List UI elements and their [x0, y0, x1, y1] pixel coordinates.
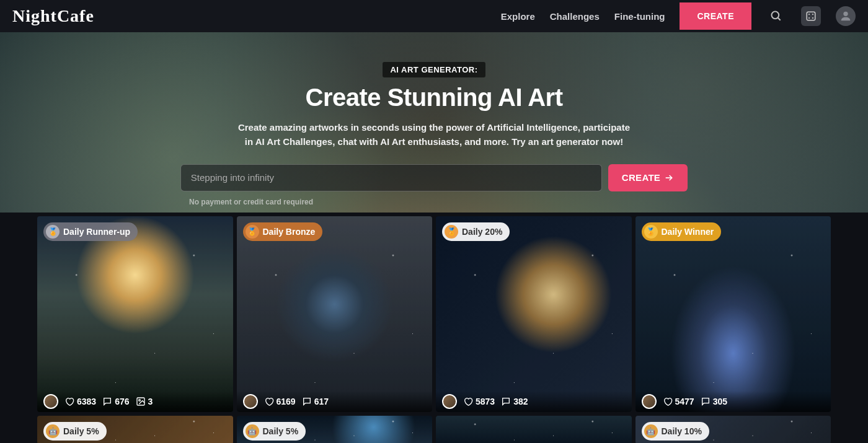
gallery-card[interactable]: 🏅 Daily Runner-up 6383 676 3 — [37, 216, 233, 412]
rank-label: Daily 5% — [263, 426, 299, 436]
likes-count: 6169 — [264, 397, 296, 406]
gallery-card[interactable] — [436, 416, 632, 443]
nav-challenges[interactable]: Challenges — [550, 11, 600, 22]
svg-point-5 — [808, 17, 810, 19]
images-count: 3 — [136, 397, 153, 406]
card-image — [636, 216, 831, 412]
gallery-row-2: 🤖 Daily 5% 🤖 Daily 5% 🤖 Daily 10% — [37, 416, 831, 443]
card-footer: 6169 617 — [237, 391, 433, 412]
gallery-row-1: 🏅 Daily Runner-up 6383 676 3 🏅 Daily Bro… — [37, 216, 831, 412]
svg-point-6 — [812, 17, 813, 19]
gallery-card[interactable]: 🤖 Daily 5% — [237, 416, 433, 443]
rank-label: Daily 20% — [462, 227, 502, 237]
arrow-right-icon — [664, 173, 674, 183]
svg-point-4 — [812, 14, 813, 15]
gallery-card[interactable]: 🏅 Daily Bronze 6169 617 — [237, 216, 433, 412]
svg-point-7 — [843, 12, 848, 16]
card-footer: 5873 382 — [436, 391, 632, 412]
rank-badge: 🤖 Daily 5% — [43, 422, 107, 441]
gallery-card[interactable]: 🏅 Daily Winner 5477 305 — [636, 216, 831, 412]
comments-count: 305 — [701, 397, 727, 406]
rank-badge: 🤖 Daily 5% — [243, 422, 306, 441]
card-image — [37, 216, 233, 412]
svg-line-1 — [778, 18, 781, 20]
rank-label: Daily Bronze — [263, 227, 316, 237]
medal-icon: 🏅 — [246, 225, 259, 239]
svg-rect-2 — [807, 12, 815, 20]
comments-count: 382 — [501, 397, 528, 406]
rank-badge: 🏅 Daily Bronze — [243, 222, 323, 241]
hero-create-label: CREATE — [622, 172, 660, 183]
svg-point-10 — [138, 400, 140, 401]
medal-icon: 🏅 — [46, 225, 60, 239]
svg-point-3 — [808, 14, 810, 15]
hero-subtitle: Create amazing artworks in seconds using… — [236, 120, 632, 149]
logo[interactable]: NightCafe — [12, 6, 94, 26]
hero-badge: AI ART GENERATOR: — [383, 62, 485, 77]
user-avatar[interactable] — [836, 6, 856, 26]
likes-count: 6383 — [64, 397, 96, 406]
comments-count: 676 — [102, 397, 129, 406]
card-image — [436, 216, 632, 412]
gallery-card[interactable]: 🤖 Daily 5% — [37, 416, 233, 443]
gallery: 🏅 Daily Runner-up 6383 676 3 🏅 Daily Bro… — [0, 213, 868, 443]
likes-count: 5873 — [463, 397, 495, 406]
author-avatar[interactable] — [43, 394, 58, 409]
comments-count: 617 — [302, 397, 329, 406]
rank-badge: 🤖 Daily 10% — [642, 422, 709, 441]
hero-create-button[interactable]: CREATE — [608, 164, 688, 191]
create-button[interactable]: CREATE — [680, 2, 751, 30]
search-icon[interactable] — [766, 6, 786, 26]
medal-icon: 🏅 — [445, 225, 458, 239]
header: NightCafe Explore Challenges Fine-tuning… — [0, 0, 868, 32]
prompt-input[interactable] — [180, 164, 602, 191]
hero: AI ART GENERATOR: Create Stunning AI Art… — [0, 32, 868, 213]
author-avatar[interactable] — [442, 394, 457, 409]
medal-icon: 🤖 — [246, 424, 259, 438]
rank-label: Daily 10% — [662, 426, 702, 436]
rank-label: Daily Winner — [662, 227, 714, 237]
nav: Explore Challenges Fine-tuning CREATE — [501, 2, 856, 30]
hero-input-row: CREATE — [180, 164, 688, 191]
rank-label: Daily 5% — [63, 426, 99, 436]
hero-title: Create Stunning AI Art — [306, 84, 563, 112]
hero-note: No payment or credit card required — [189, 198, 313, 206]
svg-point-0 — [772, 12, 779, 19]
gallery-card[interactable]: 🏅 Daily 20% 5873 382 — [436, 216, 632, 412]
medal-icon: 🤖 — [644, 424, 658, 438]
medal-icon: 🏅 — [644, 225, 658, 239]
nav-explore[interactable]: Explore — [501, 11, 535, 22]
rank-badge: 🏅 Daily 20% — [442, 222, 510, 241]
rank-badge: 🏅 Daily Winner — [642, 222, 722, 241]
card-footer: 5477 305 — [636, 391, 831, 412]
medal-icon: 🤖 — [46, 424, 60, 438]
dice-icon[interactable] — [801, 6, 821, 26]
author-avatar[interactable] — [243, 394, 258, 409]
card-footer: 6383 676 3 — [37, 391, 233, 412]
nav-finetuning[interactable]: Fine-tuning — [614, 11, 665, 22]
rank-label: Daily Runner-up — [63, 227, 130, 237]
rank-badge: 🏅 Daily Runner-up — [43, 222, 138, 241]
card-image — [436, 416, 632, 443]
likes-count: 5477 — [663, 397, 694, 406]
gallery-card[interactable]: 🤖 Daily 10% — [636, 416, 831, 443]
card-image — [237, 216, 433, 412]
author-avatar[interactable] — [642, 394, 657, 409]
